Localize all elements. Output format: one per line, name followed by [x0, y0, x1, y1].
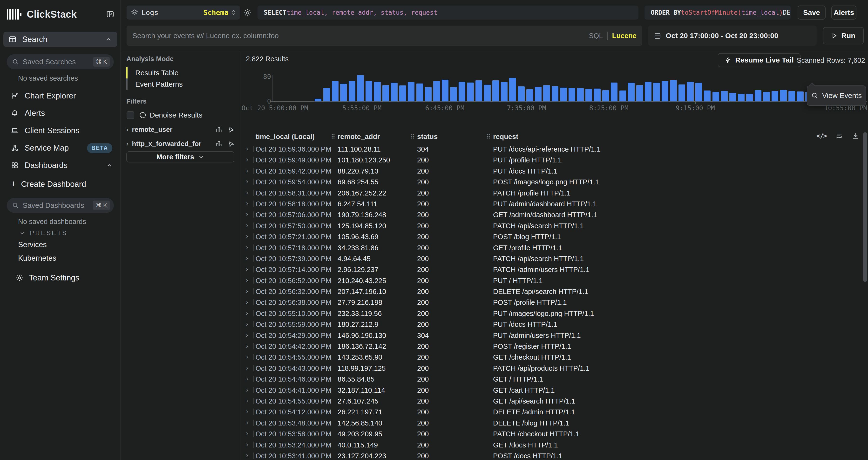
- histogram-bar[interactable]: [408, 82, 414, 102]
- expand-row-icon[interactable]: ›: [246, 287, 248, 295]
- expand-row-icon[interactable]: ›: [246, 178, 248, 185]
- expand-row-icon[interactable]: ›: [246, 233, 248, 240]
- histogram-bar[interactable]: [679, 84, 685, 102]
- table-row[interactable]: › Oct 20 10:56:38.000 PM 27.79.216.198 2…: [240, 297, 863, 308]
- histogram-bar[interactable]: [611, 83, 618, 102]
- expand-row-icon[interactable]: ›: [246, 452, 248, 459]
- table-row[interactable]: › Oct 20 10:58:18.000 PM 6.247.54.111 20…: [240, 198, 863, 209]
- table-row[interactable]: › Oct 20 10:54:12.000 PM 26.221.197.71 2…: [240, 406, 863, 417]
- mode-event-patterns[interactable]: Event Patterns: [126, 79, 232, 90]
- preset-item-services[interactable]: Services: [18, 240, 47, 249]
- histogram-bar[interactable]: [670, 80, 677, 102]
- histogram-bar[interactable]: [704, 90, 711, 102]
- table-row[interactable]: › Oct 20 10:58:31.000 PM 206.167.252.22 …: [240, 187, 863, 198]
- download-icon[interactable]: [852, 132, 859, 140]
- histogram-bar[interactable]: [619, 90, 626, 102]
- select-clause-input[interactable]: SELECT time_local, remote_addr, status, …: [257, 5, 639, 20]
- sidebar-item-service-map[interactable]: Service Map BETA: [7, 141, 114, 155]
- expand-row-icon[interactable]: ›: [246, 189, 248, 197]
- expand-row-icon[interactable]: ›: [246, 397, 248, 404]
- expand-row-icon[interactable]: ›: [246, 222, 248, 229]
- histogram-bar[interactable]: [467, 83, 474, 102]
- histogram-bar[interactable]: [450, 87, 457, 102]
- histogram-bar[interactable]: [636, 85, 643, 102]
- histogram-bar[interactable]: [661, 81, 669, 102]
- histogram-bar[interactable]: [391, 83, 398, 102]
- event-search-input[interactable]: Search your events w/ Lucene ex. column:…: [127, 26, 642, 46]
- table-row[interactable]: › Oct 20 10:59:36.000 PM 111.100.28.11 3…: [240, 143, 863, 154]
- expand-row-icon[interactable]: ›: [246, 309, 248, 317]
- filter-group[interactable]: › http_x_forwarded_for: [126, 138, 235, 150]
- table-row[interactable]: › Oct 20 10:54:42.000 PM 186.136.72.142 …: [240, 341, 863, 351]
- code-view-icon[interactable]: </>: [817, 132, 827, 140]
- expand-row-icon[interactable]: ›: [246, 265, 248, 273]
- histogram-bar[interactable]: [772, 91, 778, 102]
- expand-row-icon[interactable]: ›: [246, 375, 248, 382]
- histogram-bar[interactable]: [366, 81, 372, 102]
- histogram-bar[interactable]: [484, 85, 491, 102]
- vertical-scrollbar[interactable]: [863, 132, 867, 282]
- histogram-bar[interactable]: [323, 88, 330, 102]
- chart-toggle-icon[interactable]: [216, 140, 222, 147]
- expand-row-icon[interactable]: ›: [246, 211, 248, 218]
- histogram-bar[interactable]: [653, 83, 660, 102]
- histogram-bar[interactable]: [628, 83, 634, 102]
- histogram-bar[interactable]: [399, 85, 406, 102]
- histogram-bar[interactable]: [315, 99, 321, 102]
- table-row[interactable]: › Oct 20 10:57:14.000 PM 2.96.129.237 20…: [240, 264, 863, 275]
- pin-icon[interactable]: [227, 140, 235, 147]
- histogram-bar[interactable]: [687, 82, 694, 102]
- histogram-bar[interactable]: [585, 89, 592, 102]
- expand-row-icon[interactable]: ›: [246, 419, 248, 427]
- expand-row-icon[interactable]: ›: [246, 408, 248, 415]
- saved-searches-input[interactable]: Saved Searches ⌘ K: [7, 54, 114, 69]
- histogram-bar[interactable]: [712, 92, 719, 102]
- column-header[interactable]: remote_addr: [338, 133, 380, 141]
- column-drag-handle-icon[interactable]: ⠿: [331, 133, 335, 141]
- filter-group[interactable]: › remote_user: [126, 123, 235, 136]
- histogram-bar[interactable]: [425, 87, 432, 102]
- sidebar-item-alerts[interactable]: Alerts: [7, 106, 114, 120]
- table-row[interactable]: › Oct 20 10:53:24.000 PM 40.0.115.149 20…: [240, 439, 863, 450]
- resume-live-tail-button[interactable]: Resume Live Tail: [718, 53, 801, 67]
- lucene-mode-toggle[interactable]: Lucene: [612, 32, 637, 40]
- histogram-bar[interactable]: [442, 80, 448, 102]
- expand-row-icon[interactable]: ›: [246, 320, 248, 328]
- table-row[interactable]: › Oct 20 10:55:59.000 PM 180.27.212.9 20…: [240, 319, 863, 329]
- table-row[interactable]: › Oct 20 10:57:21.000 PM 105.96.43.69 20…: [240, 231, 863, 242]
- expand-row-icon[interactable]: ›: [246, 430, 248, 437]
- histogram-bar[interactable]: [357, 75, 364, 102]
- column-header[interactable]: status: [417, 133, 438, 141]
- mode-results-table[interactable]: Results Table: [126, 67, 232, 79]
- sidebar-item-search[interactable]: Search: [3, 32, 117, 47]
- expand-row-icon[interactable]: ›: [246, 441, 248, 449]
- column-drag-handle-icon[interactable]: ⠿: [410, 133, 415, 141]
- histogram-bar[interactable]: [730, 93, 736, 102]
- histogram-bar[interactable]: [780, 90, 787, 102]
- sidebar-item-chart-explorer[interactable]: Chart Explorer: [7, 89, 114, 103]
- histogram-bar[interactable]: [594, 89, 600, 102]
- table-row[interactable]: › Oct 20 10:53:48.000 PM 142.56.85.140 2…: [240, 417, 863, 428]
- histogram-bar[interactable]: [501, 82, 507, 102]
- chart-toggle-icon[interactable]: [216, 126, 222, 133]
- save-button[interactable]: Save: [798, 5, 826, 20]
- table-row[interactable]: › Oct 20 10:54:29.000 PM 146.96.190.130 …: [240, 330, 863, 341]
- table-row[interactable]: › Oct 20 10:59:49.000 PM 101.180.123.250…: [240, 154, 863, 165]
- expand-row-icon[interactable]: ›: [246, 332, 248, 339]
- histogram-bar[interactable]: [340, 84, 347, 102]
- table-row[interactable]: › Oct 20 10:54:43.000 PM 118.99.197.125 …: [240, 363, 863, 373]
- expand-row-icon[interactable]: ›: [246, 353, 248, 361]
- histogram-bar[interactable]: [552, 86, 558, 102]
- table-row[interactable]: › Oct 20 10:55:10.000 PM 232.33.119.56 2…: [240, 308, 863, 319]
- histogram-bar[interactable]: [721, 91, 728, 102]
- histogram-bar[interactable]: [382, 85, 389, 102]
- sql-mode-toggle[interactable]: SQL: [589, 32, 603, 40]
- expand-row-icon[interactable]: ›: [246, 167, 248, 174]
- table-row[interactable]: › Oct 20 10:54:41.000 PM 32.187.110.114 …: [240, 384, 863, 395]
- histogram-bar[interactable]: [349, 81, 355, 102]
- histogram-bar[interactable]: [374, 82, 381, 102]
- table-row[interactable]: › Oct 20 10:53:41.000 PM 23.127.204.223 …: [240, 450, 863, 460]
- histogram-bar[interactable]: [535, 87, 541, 102]
- saved-dashboards-input[interactable]: Saved Dashboards ⌘ K: [7, 198, 114, 213]
- source-select[interactable]: Logs Schema: [127, 5, 240, 20]
